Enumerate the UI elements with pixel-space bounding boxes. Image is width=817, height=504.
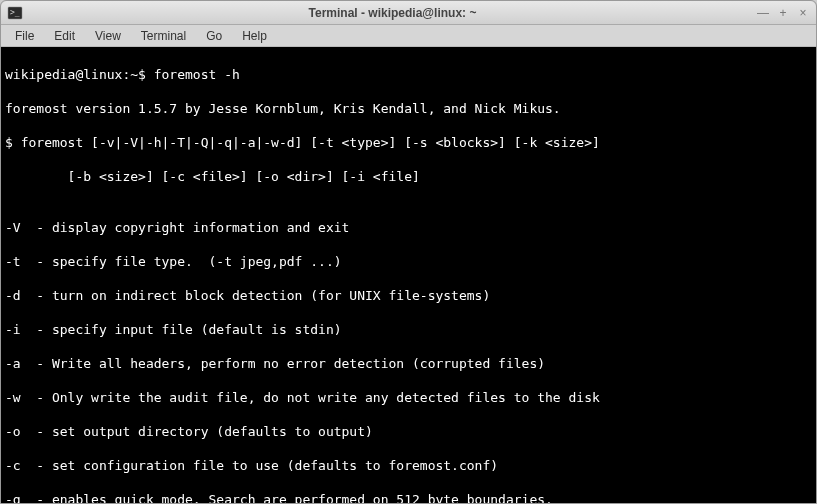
menu-terminal[interactable]: Terminal <box>131 27 196 45</box>
menu-help[interactable]: Help <box>232 27 277 45</box>
output-line: foremost version 1.5.7 by Jesse Kornblum… <box>5 100 812 117</box>
prompt: wikipedia@linux:~$ <box>5 67 154 82</box>
output-line: -w - Only write the audit file, do not w… <box>5 389 812 406</box>
output-line: -o - set output directory (defaults to o… <box>5 423 812 440</box>
window-title: Terminal - wikipedia@linux: ~ <box>29 6 756 20</box>
maximize-button[interactable]: + <box>776 6 790 20</box>
command: foremost -h <box>154 67 240 82</box>
output-line: -a - Write all headers, perform no error… <box>5 355 812 372</box>
svg-text:>_: >_ <box>10 8 20 17</box>
output-line: -q - enables quick mode. Search are perf… <box>5 491 812 504</box>
titlebar: >_ Terminal - wikipedia@linux: ~ — + × <box>1 1 816 25</box>
output-line: [-b <size>] [-c <file>] [-o <dir>] [-i <… <box>5 168 812 185</box>
output-line: $ foremost [-v|-V|-h|-T|-Q|-q|-a|-w-d] [… <box>5 134 812 151</box>
menu-view[interactable]: View <box>85 27 131 45</box>
output-line: -t - specify file type. (-t jpeg,pdf ...… <box>5 253 812 270</box>
output-line: -d - turn on indirect block detection (f… <box>5 287 812 304</box>
menu-edit[interactable]: Edit <box>44 27 85 45</box>
menubar: File Edit View Terminal Go Help <box>1 25 816 47</box>
minimize-button[interactable]: — <box>756 6 770 20</box>
terminal-body[interactable]: wikipedia@linux:~$ foremost -h foremost … <box>1 47 816 504</box>
terminal-app-icon: >_ <box>7 5 23 21</box>
menu-file[interactable]: File <box>5 27 44 45</box>
output-line: -c - set configuration file to use (defa… <box>5 457 812 474</box>
window-controls: — + × <box>756 6 810 20</box>
output-line: -i - specify input file (default is stdi… <box>5 321 812 338</box>
close-button[interactable]: × <box>796 6 810 20</box>
output-line: -V - display copyright information and e… <box>5 219 812 236</box>
menu-go[interactable]: Go <box>196 27 232 45</box>
